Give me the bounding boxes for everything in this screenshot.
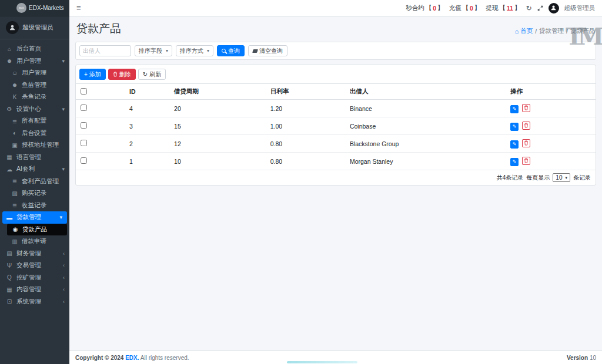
- lender-search-input[interactable]: [79, 45, 131, 56]
- fullscreen-icon[interactable]: [537, 5, 543, 11]
- sidebar-item-kill-records[interactable]: K 杀鱼记录: [0, 91, 69, 103]
- chevron-down-icon: ▾: [59, 214, 62, 220]
- row-checkbox[interactable]: [81, 140, 87, 146]
- column-header-rate: 日利率: [266, 84, 345, 100]
- search-button[interactable]: 查询: [217, 45, 245, 56]
- breadcrumb-home-link[interactable]: ⌂ 首页: [515, 27, 533, 35]
- header-stat-deposit[interactable]: 充值【0】: [449, 4, 480, 12]
- sidebar-group-mining-mgmt[interactable]: Q 挖矿管理 ‹: [0, 272, 69, 284]
- clear-search-button[interactable]: 清空查询: [248, 45, 287, 56]
- users-group-icon: ☻: [11, 82, 18, 88]
- trash-icon: [524, 158, 529, 163]
- sidebar-group-user-mgmt[interactable]: ☻ 用户管理 ▾: [0, 55, 69, 68]
- chevron-left-icon: ‹: [63, 262, 65, 268]
- edit-button[interactable]: ✎: [510, 158, 519, 166]
- list-icon: ≣: [11, 118, 18, 124]
- sidebar-item-loan-applications[interactable]: ▥ 借款申请: [0, 235, 69, 248]
- header-stat-seconds-contract[interactable]: 秒合约【0】: [406, 4, 443, 12]
- delete-row-button[interactable]: [522, 122, 530, 130]
- sidebar-group-content-mgmt[interactable]: ▦ 内容管理 ‹: [0, 284, 69, 296]
- person-icon: [9, 24, 16, 31]
- sidebar-item-arbitrage-products[interactable]: ≣ 套利产品管理: [0, 176, 69, 188]
- cell-id: 1: [125, 153, 169, 170]
- delete-row-button[interactable]: [522, 139, 530, 147]
- sidebar: 678ym.net EDX EDX-Markets 超级管理员 ⌂ 后台首页 ☻…: [0, 0, 69, 364]
- header-stat-withdrawal[interactable]: 提现【11】: [486, 4, 520, 12]
- records-icon: ≣: [11, 202, 18, 208]
- trash-icon: [524, 123, 529, 128]
- home-icon: ⌂: [515, 28, 519, 35]
- cell-lender: Coinbase: [345, 117, 506, 135]
- user-name: 超级管理员: [22, 23, 53, 32]
- topbar-admin-name: 超级管理员: [564, 4, 596, 12]
- sidebar-user-panel: 超级管理员: [0, 16, 69, 39]
- cell-id: 2: [125, 135, 169, 153]
- edit-button[interactable]: ✎: [510, 105, 519, 113]
- sort-field-select[interactable]: 排序字段 ▾: [135, 45, 172, 56]
- refresh-button[interactable]: ↻ 刷新: [138, 69, 166, 80]
- table-toolbar: + 添加 删除 ↻ 刷新: [76, 69, 596, 83]
- row-checkbox[interactable]: [81, 157, 87, 164]
- sidebar-item-dashboard[interactable]: ⌂ 后台首页: [0, 43, 69, 55]
- topbar-avatar[interactable]: [549, 3, 559, 14]
- hamburger-menu-icon[interactable]: ≡: [76, 4, 81, 12]
- sidebar-item-loan-products[interactable]: ◉ 贷款产品: [7, 224, 67, 236]
- cell-rate: 1.00: [266, 117, 345, 135]
- sidebar-item-fry-mgmt[interactable]: ☻ 鱼苗管理: [0, 79, 69, 92]
- refresh-icon: ↻: [143, 71, 148, 77]
- chevron-left-icon: ‹: [63, 299, 65, 305]
- pagination-bar: 共4条记录 每页显示 10 ▾ 条记录: [76, 170, 596, 185]
- sidebar-group-system-mgmt[interactable]: ⊡ 系统管理 ‹: [0, 296, 69, 308]
- cell-period: 12: [169, 135, 266, 153]
- breadcrumb-current: 贷款产品: [570, 27, 595, 35]
- edit-button[interactable]: ✎: [510, 123, 519, 131]
- eraser-icon: [252, 49, 258, 53]
- sidebar-item-auth-address-mgmt[interactable]: ▣ 授权地址管理: [0, 139, 69, 151]
- brand-link[interactable]: EDX EDX-Markets: [0, 0, 69, 16]
- row-checkbox[interactable]: [81, 122, 87, 129]
- gear-icon: ⚙: [6, 106, 13, 112]
- column-header-id: ID: [125, 84, 169, 100]
- trash-icon: [113, 72, 118, 77]
- sidebar-item-income-records[interactable]: ≣ 收益记录: [0, 200, 69, 212]
- copyright: Copyright © 2024 EDX. All rights reserve…: [75, 355, 189, 361]
- delete-row-button[interactable]: [522, 104, 530, 112]
- brand-logo-icon: EDX: [16, 3, 26, 13]
- sidebar-group-settings-center[interactable]: ⚙ 设置中心 ▾: [0, 103, 69, 116]
- refresh-icon[interactable]: ↻: [526, 4, 531, 12]
- table-row: 3 15 1.00 Coinbase ✎: [76, 117, 596, 135]
- sidebar-item-all-config[interactable]: ≣ 所有配置: [0, 115, 69, 127]
- pencil-icon: ✎: [513, 141, 517, 147]
- page-header: 贷款产品 ⌂ 首页 / 贷款管理 / 贷款产品: [76, 21, 595, 36]
- sidebar-item-user-mgmt[interactable]: ☺ 用户管理: [0, 67, 69, 79]
- trade-icon: Ψ: [6, 262, 13, 269]
- home-icon: ⌂: [6, 46, 13, 52]
- sort-order-select[interactable]: 排序方式 ▾: [176, 45, 213, 56]
- breadcrumb-separator: /: [535, 28, 537, 35]
- table-header-row: ID 借贷周期 日利率 出借人 操作: [76, 84, 596, 100]
- sidebar-group-trade-mgmt[interactable]: Ψ 交易管理 ‹: [0, 259, 69, 272]
- row-checkbox[interactable]: [81, 105, 87, 111]
- footer-brand-link[interactable]: EDX.: [125, 355, 139, 361]
- cell-lender: Blackstone Group: [345, 135, 506, 153]
- add-button[interactable]: + 添加: [79, 69, 106, 80]
- column-header-actions: 操作: [506, 84, 596, 100]
- language-icon: ▦: [6, 154, 13, 160]
- loan-products-panel: + 添加 删除 ↻ 刷新: [75, 65, 596, 186]
- page-size-select[interactable]: 10 ▾: [553, 173, 570, 182]
- app-root: 678ym.net EDX EDX-Markets 超级管理员 ⌂ 后台首页 ☻…: [0, 0, 602, 364]
- sidebar-group-ai-arbitrage[interactable]: ☁ AI套利 ▾: [0, 163, 69, 176]
- application-icon: ▥: [11, 238, 18, 245]
- select-all-checkbox[interactable]: [81, 88, 87, 95]
- delete-row-button[interactable]: [522, 157, 530, 165]
- cloud-icon: ☁: [6, 166, 13, 173]
- edit-button[interactable]: ✎: [510, 140, 519, 149]
- sidebar-item-backend-settings[interactable]: ◐ 后台设置: [0, 127, 69, 140]
- sidebar-group-loan-mgmt[interactable]: ▬ 贷款管理 ▾: [2, 211, 67, 224]
- page-footer: Copyright © 2024 EDX. All rights reserve…: [69, 350, 602, 364]
- sidebar-item-language-mgmt[interactable]: ▦ 语言管理: [0, 151, 69, 164]
- delete-button[interactable]: 删除: [108, 69, 136, 80]
- sidebar-item-purchase-records[interactable]: ▨ 购买记录: [0, 187, 69, 200]
- table-row: 1 10 0.80 Morgan Stanley ✎: [76, 153, 596, 170]
- sidebar-group-finance-mgmt[interactable]: ▤ 财务管理 ‹: [0, 248, 69, 260]
